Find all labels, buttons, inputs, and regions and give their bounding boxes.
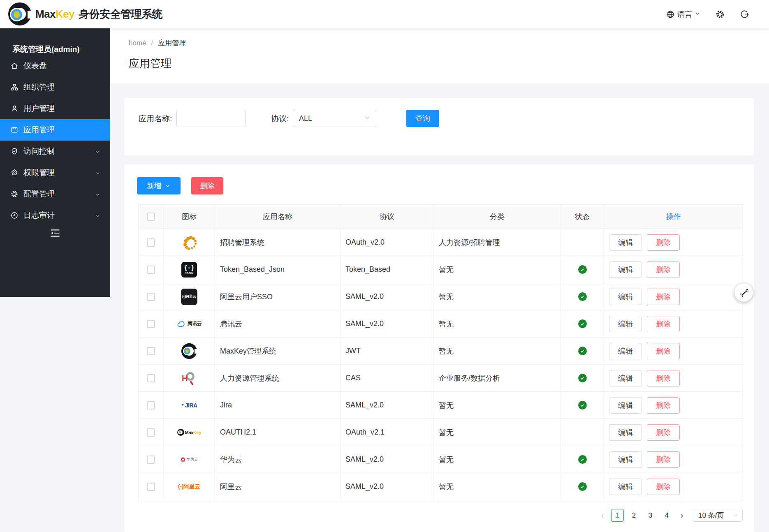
protocol-cell: SAML_v2.0: [340, 392, 434, 419]
edit-button[interactable]: 编辑: [609, 370, 642, 386]
sidebar-item-6[interactable]: 配置管理: [0, 183, 110, 205]
row-checkbox[interactable]: [147, 347, 155, 355]
row-checkbox[interactable]: [147, 456, 155, 464]
delete-row-button[interactable]: 删除: [647, 234, 680, 251]
sidebar-item-0[interactable]: 仪表盘: [0, 55, 110, 76]
page-header-strip: home / 应用管理 应用管理: [110, 28, 769, 83]
add-button[interactable]: 新增: [137, 177, 181, 194]
breadcrumb-home-link[interactable]: home: [129, 39, 146, 47]
table-row: {✦}JSONToken_Based_JsonToken_Based暂无编辑删除: [139, 256, 743, 283]
column-header-protocol: 协议: [340, 205, 434, 229]
select-all-checkbox[interactable]: [147, 213, 155, 221]
table-body: 招聘管理系统OAuth_v2.0人力资源/招聘管理编辑删除{✦}JSONToke…: [139, 229, 743, 500]
status-active-icon: [578, 265, 587, 274]
row-checkbox[interactable]: [147, 238, 155, 247]
pagination-prev-icon[interactable]: ‹: [598, 511, 607, 520]
pagination-next-icon[interactable]: ›: [677, 511, 687, 520]
actions-cell: 编辑删除: [604, 256, 743, 283]
row-checkbox[interactable]: [147, 374, 155, 382]
protocol-cell: SAML_v2.0: [340, 473, 434, 500]
edit-button[interactable]: 编辑: [609, 316, 642, 332]
current-user-label: 系统管理员(admin): [0, 28, 110, 55]
protocol-cell: OAuth_v2.0: [340, 229, 434, 256]
delete-row-button[interactable]: 删除: [647, 451, 680, 468]
status-cell: [561, 365, 604, 391]
pagination-page-1[interactable]: 1: [611, 509, 624, 522]
sidebar-item-1[interactable]: 组织管理: [0, 76, 110, 98]
delete-row-button[interactable]: 删除: [647, 343, 680, 359]
search-panel: 应用名称: 协议: ALL 查询: [124, 98, 754, 155]
pagination-page-3[interactable]: 3: [644, 509, 657, 522]
language-menu[interactable]: 语言: [666, 9, 700, 19]
sidebar-item-7[interactable]: 日志审计: [0, 205, 110, 226]
search-button[interactable]: 查询: [406, 110, 439, 127]
column-header-category: 分类: [434, 205, 561, 229]
row-checkbox[interactable]: [147, 483, 155, 491]
page-size-select[interactable]: 10 条/页: [693, 509, 743, 522]
delete-row-button[interactable]: 删除: [647, 370, 680, 386]
delete-row-button[interactable]: 删除: [647, 479, 680, 495]
protocol-cell: SAML_v2.0: [340, 310, 434, 337]
status-cell: [561, 473, 604, 500]
protocol-cell: SAML_v2.0: [340, 283, 434, 310]
magic-wand-icon: [739, 287, 749, 298]
edit-button[interactable]: 编辑: [609, 424, 642, 441]
table-row: 腾讯云腾讯云SAML_v2.0暂无编辑删除: [139, 310, 743, 338]
protocol-select[interactable]: ALL: [293, 110, 376, 127]
edit-button[interactable]: 编辑: [609, 343, 642, 359]
chevron-down-icon: [733, 513, 739, 518]
sidebar-item-4[interactable]: 访问控制: [0, 141, 110, 162]
protocol-cell: OAuth_v2.1: [340, 419, 434, 446]
sidebar-item-2[interactable]: 用户管理: [0, 98, 110, 119]
maxkey-logo-icon: MaxKey: [177, 429, 202, 436]
delete-row-button[interactable]: 删除: [647, 261, 680, 278]
row-checkbox[interactable]: [147, 293, 155, 301]
protocol-cell: CAS: [340, 365, 434, 391]
row-checkbox[interactable]: [147, 266, 155, 274]
settings-button[interactable]: [715, 9, 725, 19]
app-name-cell: OAUTH2.1: [215, 419, 340, 446]
delete-button[interactable]: 删除: [191, 177, 223, 194]
app-name-input[interactable]: [176, 110, 246, 127]
sidebar-item-5[interactable]: 权限管理: [0, 162, 110, 183]
status-cell: [561, 392, 604, 419]
edit-button[interactable]: 编辑: [609, 479, 642, 495]
edit-button[interactable]: 编辑: [609, 451, 642, 468]
chevron-down-icon: [95, 169, 100, 178]
actions-cell: 编辑删除: [604, 365, 743, 391]
magic-wand-button[interactable]: [734, 283, 753, 302]
aliyun-dark-icon: (-)阿里云: [181, 289, 197, 305]
edit-button[interactable]: 编辑: [609, 261, 642, 278]
logout-button[interactable]: [740, 9, 749, 19]
sidebar-item-label: 访问控制: [23, 146, 55, 157]
delete-row-button[interactable]: 删除: [647, 424, 680, 441]
row-checkbox[interactable]: [147, 428, 155, 437]
category-cell: 人力资源/招聘管理: [434, 229, 561, 256]
edit-button[interactable]: 编辑: [609, 234, 642, 251]
delete-row-button[interactable]: 删除: [647, 289, 680, 305]
breadcrumb: home / 应用管理: [129, 38, 186, 48]
app-name-cell: MaxKey管理系统: [215, 338, 340, 364]
pagination-page-4[interactable]: 4: [660, 509, 673, 522]
delete-row-button[interactable]: 删除: [647, 316, 680, 332]
maxkey-logo-icon: [7, 2, 32, 27]
column-header-actions[interactable]: 操作: [604, 205, 743, 229]
app-name-cell: 人力资源管理系统: [215, 365, 340, 391]
status-active-icon: [578, 455, 587, 464]
access-control-icon: [10, 147, 19, 155]
aliyun-orange-icon: (-)阿里云: [178, 483, 200, 490]
applications-panel: 新增 删除 图标 应用名称 协议 分类 状态 操作 招聘管理系统OAuth_v2…: [124, 164, 754, 532]
sidebar-collapse-icon[interactable]: [49, 228, 61, 238]
edit-button[interactable]: 编辑: [609, 397, 642, 414]
chevron-down-icon: [95, 190, 100, 199]
pagination-page-2[interactable]: 2: [628, 509, 640, 522]
row-checkbox[interactable]: [147, 401, 155, 409]
delete-row-button[interactable]: 删除: [647, 397, 680, 414]
sidebar-item-3[interactable]: 应用管理: [0, 119, 110, 141]
row-checkbox[interactable]: [147, 320, 155, 328]
category-cell: 企业服务/数据分析: [434, 365, 561, 391]
edit-button[interactable]: 编辑: [609, 289, 642, 305]
category-cell: 暂无: [434, 392, 561, 419]
status-active-icon: [578, 319, 587, 328]
category-cell: 暂无: [434, 473, 561, 500]
